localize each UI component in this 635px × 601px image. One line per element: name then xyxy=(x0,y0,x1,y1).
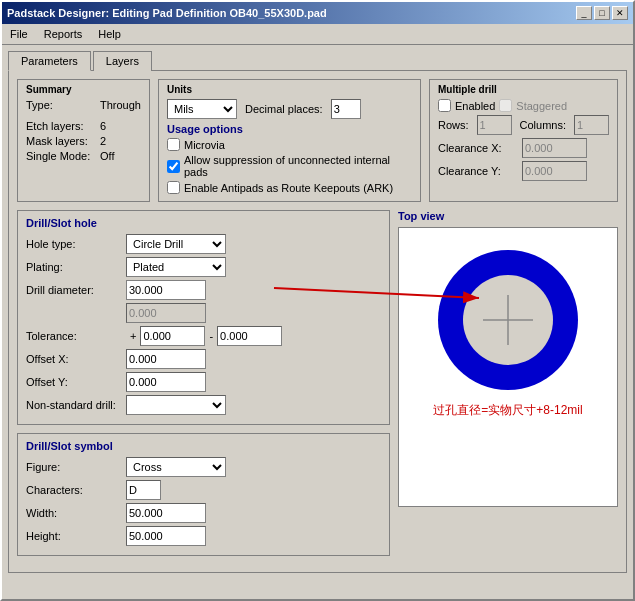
staggered-checkbox[interactable] xyxy=(499,99,512,112)
units-select[interactable]: Mils xyxy=(167,99,237,119)
antipad-row: Enable Antipads as Route Keepouts (ARK) xyxy=(167,181,412,194)
rows-cols-row: Rows: Columns: xyxy=(438,115,609,135)
multiple-drill-title: Multiple drill xyxy=(438,84,609,95)
width-label: Width: xyxy=(26,507,126,519)
enabled-checkbox[interactable] xyxy=(438,99,451,112)
microvia-checkbox[interactable] xyxy=(167,138,180,151)
menu-reports[interactable]: Reports xyxy=(40,26,87,42)
offset-y-row: Offset Y: xyxy=(26,372,381,392)
tabs: Parameters Layers xyxy=(8,51,627,71)
summary-title: Summary xyxy=(26,84,141,95)
drill-diameter-input[interactable] xyxy=(126,280,206,300)
close-button[interactable]: ✕ xyxy=(612,6,628,20)
type-label: Type: xyxy=(26,99,96,111)
enabled-label: Enabled xyxy=(455,100,495,112)
mask-value: 2 xyxy=(100,135,106,147)
etch-value: 6 xyxy=(100,120,106,132)
tolerance-row: Tolerance: + - xyxy=(26,326,381,346)
title-buttons: _ □ ✕ xyxy=(576,6,628,20)
offset-x-label: Offset X: xyxy=(26,353,126,365)
clearance-x-input[interactable] xyxy=(522,138,587,158)
summary-type-row: Type: Through xyxy=(26,99,141,111)
multiple-drill-box: Multiple drill Enabled Staggered Rows: C… xyxy=(429,79,618,202)
units-row: Mils Decimal places: xyxy=(167,99,412,119)
figure-row: Figure: Cross xyxy=(26,457,381,477)
tolerance-label: Tolerance: xyxy=(26,330,126,342)
hole-type-select[interactable]: Circle Drill xyxy=(126,234,226,254)
drill-symbol-box: Drill/Slot symbol Figure: Cross Characte… xyxy=(17,433,390,556)
content-area: Parameters Layers Summary Type: Through … xyxy=(2,45,633,599)
etch-row: Etch layers: 6 xyxy=(26,120,141,132)
drill-hint-row xyxy=(26,303,381,323)
units-box: Units Mils Decimal places: Usage options… xyxy=(158,79,421,202)
drill-symbol-title: Drill/Slot symbol xyxy=(26,440,381,452)
characters-input[interactable] xyxy=(126,480,161,500)
clearance-y-label: Clearance Y: xyxy=(438,165,518,177)
single-value: Off xyxy=(100,150,114,162)
tab-parameters[interactable]: Parameters xyxy=(8,51,91,71)
crosshair-svg xyxy=(468,280,548,360)
minimize-button[interactable]: _ xyxy=(576,6,592,20)
top-view-area: 过孔直径=实物尺寸+8-12mil xyxy=(398,227,618,507)
height-row: Height: xyxy=(26,526,381,546)
offset-x-input[interactable] xyxy=(126,349,206,369)
single-label: Single Mode: xyxy=(26,150,96,162)
columns-input[interactable] xyxy=(574,115,609,135)
drill-slot-box: Drill/Slot hole Hole type: Circle Drill … xyxy=(17,210,390,425)
antipad-checkbox[interactable] xyxy=(167,181,180,194)
single-row: Single Mode: Off xyxy=(26,150,141,162)
clearance-x-label: Clearance X: xyxy=(438,142,518,154)
width-row: Width: xyxy=(26,503,381,523)
window-title: Padstack Designer: Editing Pad Definitio… xyxy=(7,7,327,19)
drill-diameter-label: Drill diameter: xyxy=(26,284,126,296)
mask-label: Mask layers: xyxy=(26,135,96,147)
non-standard-row: Non-standard drill: xyxy=(26,395,381,415)
non-standard-select[interactable] xyxy=(126,395,226,415)
drill-diameter-row: Drill diameter: xyxy=(26,280,381,300)
drill-diameter-container: Drill diameter: xyxy=(26,280,381,323)
hole-type-row: Hole type: Circle Drill xyxy=(26,234,381,254)
decimal-input[interactable] xyxy=(331,99,361,119)
maximize-button[interactable]: □ xyxy=(594,6,610,20)
width-input[interactable] xyxy=(126,503,206,523)
microvia-row: Microvia xyxy=(167,138,412,151)
columns-label: Columns: xyxy=(520,119,566,131)
drill-visual xyxy=(438,250,578,390)
left-panel: Drill/Slot hole Hole type: Circle Drill … xyxy=(17,210,390,564)
menu-help[interactable]: Help xyxy=(94,26,125,42)
suppress-checkbox[interactable] xyxy=(167,160,180,173)
summary-box: Summary Type: Through Etch layers: 6 Mas… xyxy=(17,79,150,202)
height-input[interactable] xyxy=(126,526,206,546)
main-section: Drill/Slot hole Hole type: Circle Drill … xyxy=(17,210,618,564)
units-title: Units xyxy=(167,84,412,95)
clearance-y-input[interactable] xyxy=(522,161,587,181)
annotation-text: 过孔直径=实物尺寸+8-12mil xyxy=(433,402,582,419)
menu-bar: File Reports Help xyxy=(2,24,633,45)
plating-select[interactable]: Plated xyxy=(126,257,226,277)
title-bar: Padstack Designer: Editing Pad Definitio… xyxy=(2,2,633,24)
menu-file[interactable]: File xyxy=(6,26,32,42)
tolerance-minus: - xyxy=(209,330,213,342)
suppress-row: Allow suppression of unconnected interna… xyxy=(167,154,412,178)
offset-y-input[interactable] xyxy=(126,372,206,392)
usage-title: Usage options xyxy=(167,123,412,135)
clearance-x-row: Clearance X: xyxy=(438,138,609,158)
tolerance-pos-input[interactable] xyxy=(140,326,205,346)
non-standard-label: Non-standard drill: xyxy=(26,399,126,411)
figure-select[interactable]: Cross xyxy=(126,457,226,477)
characters-label: Characters: xyxy=(26,484,126,496)
right-panel: Top view xyxy=(398,210,618,564)
height-label: Height: xyxy=(26,530,126,542)
top-section: Summary Type: Through Etch layers: 6 Mas… xyxy=(17,79,618,202)
mask-row: Mask layers: 2 xyxy=(26,135,141,147)
clearance-y-row: Clearance Y: xyxy=(438,161,609,181)
tolerance-neg-input[interactable] xyxy=(217,326,282,346)
rows-input[interactable] xyxy=(477,115,512,135)
inner-circle xyxy=(463,275,553,365)
figure-label: Figure: xyxy=(26,461,126,473)
staggered-label: Staggered xyxy=(516,100,567,112)
tab-layers[interactable]: Layers xyxy=(93,51,152,71)
hole-type-label: Hole type: xyxy=(26,238,126,250)
top-view-container: Top view xyxy=(398,210,618,507)
enabled-row: Enabled Staggered xyxy=(438,99,609,112)
